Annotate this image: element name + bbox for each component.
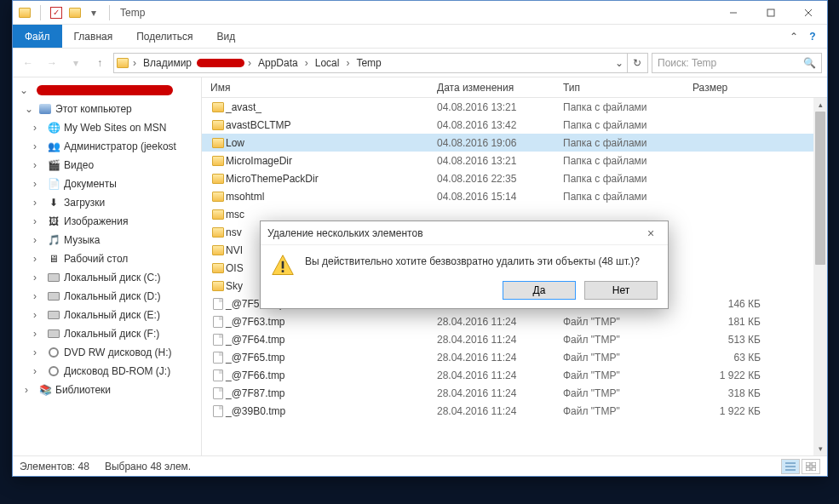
table-row[interactable]: Low04.08.2016 19:06Папка с файлами [202, 134, 827, 152]
refresh-button[interactable]: ↻ [627, 54, 646, 72]
redacted-segment [197, 59, 244, 67]
dialog-no-button[interactable]: Нет [584, 281, 658, 300]
sidebar-item[interactable]: ›🌐My Web Sites on MSN [13, 118, 201, 137]
sidebar-libraries[interactable]: ›📚Библиотеки [13, 381, 201, 399]
nav-recent-dropdown[interactable]: ▾ [66, 53, 86, 73]
folder-app-icon [18, 6, 32, 20]
breadcrumb-seg[interactable]: Temp [353, 57, 384, 69]
address-dropdown-icon[interactable]: ⌄ [612, 57, 627, 69]
dialog-close-button[interactable]: × [641, 226, 661, 240]
table-row[interactable]: _@7F66.tmp28.04.2016 11:24Файл "TMP"1 92… [202, 366, 827, 384]
sidebar-redacted-item[interactable]: ⌄ [13, 81, 201, 100]
maximize-button[interactable] [752, 1, 790, 25]
sidebar-item[interactable]: ›🎵Музыка [13, 231, 201, 249]
table-row[interactable]: msohtml04.08.2016 15:14Папка с файлами [202, 187, 827, 205]
sidebar-item[interactable]: ›📄Документы [13, 175, 201, 193]
table-row[interactable]: MicroImageDir04.08.2016 13:21Папка с фай… [202, 152, 827, 169]
folder-icon [210, 281, 226, 291]
col-type[interactable]: Тип [563, 82, 692, 94]
col-name[interactable]: Имя [210, 82, 437, 94]
sidebar: ⌄ ⌄Этот компьютер ›🌐My Web Sites on MSN›… [13, 77, 202, 455]
scroll-down-icon[interactable]: ▾ [813, 442, 827, 455]
svg-rect-10 [812, 467, 816, 471]
breadcrumb-seg[interactable]: AppData [255, 57, 302, 69]
tab-share[interactable]: Поделиться [124, 25, 204, 48]
breadcrumb-seg[interactable]: Local [312, 57, 343, 69]
folder-icon [210, 156, 226, 166]
dialog-title: Удаление нескольких элементов [267, 227, 423, 239]
nav-up-button[interactable]: ↑ [89, 53, 110, 73]
sidebar-this-pc[interactable]: ⌄Этот компьютер [13, 100, 201, 118]
address-bar[interactable]: › Владимир › AppData › Local › Temp ⌄ ↻ [113, 53, 648, 73]
folder-icon [210, 209, 226, 220]
svg-rect-13 [282, 270, 284, 272]
breadcrumb-seg[interactable]: Владимир [140, 57, 195, 69]
sidebar-item[interactable]: ›👥Администратор (jeekost [13, 137, 201, 156]
nav-forward-button[interactable]: → [42, 53, 62, 73]
table-row[interactable]: _@7F64.tmp28.04.2016 11:24Файл "TMP"513 … [202, 330, 827, 348]
table-row[interactable]: avastBCLTMP04.08.2016 13:42Папка с файла… [202, 116, 827, 134]
delete-confirmation-dialog: Удаление нескольких элементов × Вы дейст… [260, 220, 669, 309]
ribbon-collapse-icon[interactable]: ⌃ [784, 31, 803, 43]
file-icon [210, 405, 226, 417]
folder-icon [210, 138, 226, 148]
nav-back-button[interactable]: ← [18, 53, 38, 73]
sidebar-item[interactable]: ›Локальный диск (C:) [13, 268, 201, 287]
file-icon [210, 387, 226, 399]
sidebar-item[interactable]: ›🖥Рабочий стол [13, 249, 201, 268]
file-icon [210, 352, 226, 364]
qat-newfolder-icon[interactable] [68, 6, 82, 20]
window-title: Temp [120, 7, 145, 19]
address-folder-icon [117, 58, 129, 68]
sidebar-item[interactable]: ›DVD RW дисковод (H:) [13, 343, 201, 362]
status-bar: Элементов: 48 Выбрано 48 элем. [13, 455, 827, 476]
sidebar-item[interactable]: ›⬇Загрузки [13, 193, 201, 212]
titlebar: ✓ ▾ Temp [13, 1, 827, 25]
folder-icon [210, 102, 226, 112]
view-details-button[interactable] [781, 459, 800, 474]
column-header[interactable]: Имя Дата изменения Тип Размер [202, 77, 827, 98]
table-row[interactable]: MicroThemePackDir04.08.2016 22:35Папка с… [202, 169, 827, 187]
sidebar-item[interactable]: ›Локальный диск (F:) [13, 324, 201, 343]
dialog-yes-button[interactable]: Да [503, 281, 576, 300]
table-row[interactable]: _@39B0.tmp28.04.2016 11:24Файл "TMP"1 92… [202, 402, 827, 420]
view-large-button[interactable] [802, 459, 820, 474]
tab-home[interactable]: Главная [62, 25, 125, 48]
qat-dropdown-icon[interactable]: ▾ [87, 6, 101, 20]
svg-rect-1 [767, 9, 774, 16]
folder-icon [210, 174, 226, 184]
svg-rect-8 [812, 462, 816, 466]
file-icon [210, 298, 226, 310]
file-icon [210, 316, 226, 328]
qat-properties-icon[interactable]: ✓ [49, 6, 63, 20]
sidebar-item[interactable]: ›Дисковод BD-ROM (J:) [13, 362, 201, 381]
search-placeholder: Поиск: Temp [658, 57, 716, 69]
scrollbar[interactable]: ▴ ▾ [813, 98, 827, 455]
help-icon[interactable]: ? [803, 31, 822, 43]
minimize-button[interactable] [715, 1, 752, 25]
status-selected: Выбрано 48 элем. [105, 461, 191, 472]
table-row[interactable]: _@7F63.tmp28.04.2016 11:24Файл "TMP"181 … [202, 312, 827, 330]
col-date[interactable]: Дата изменения [437, 82, 563, 94]
table-row[interactable]: _avast_04.08.2016 13:21Папка с файлами [202, 98, 827, 116]
sidebar-item[interactable]: ›🖼Изображения [13, 212, 201, 231]
table-row[interactable]: _@7F87.tmp28.04.2016 11:24Файл "TMP"318 … [202, 384, 827, 402]
address-bar-row: ← → ▾ ↑ › Владимир › AppData › Local › T… [13, 49, 827, 77]
col-size[interactable]: Размер [692, 82, 761, 94]
sidebar-item[interactable]: ›Локальный диск (D:) [13, 287, 201, 306]
folder-icon [210, 263, 226, 273]
folder-icon [210, 120, 226, 130]
explorer-window: ✓ ▾ Temp Файл Главная Поделиться Вид ⌃ ?… [12, 0, 828, 477]
status-count: Элементов: 48 [20, 461, 89, 472]
tab-view[interactable]: Вид [204, 25, 247, 48]
dialog-message: Вы действительно хотите безвозвратно уда… [305, 254, 640, 267]
table-row[interactable]: _@7F65.tmp28.04.2016 11:24Файл "TMP"63 К… [202, 348, 827, 366]
scroll-up-icon[interactable]: ▴ [813, 98, 827, 112]
sidebar-item[interactable]: ›🎬Видео [13, 156, 201, 175]
svg-rect-12 [282, 261, 284, 269]
tab-file[interactable]: Файл [13, 25, 62, 48]
sidebar-item[interactable]: ›Локальный диск (E:) [13, 306, 201, 324]
close-button[interactable] [790, 1, 827, 25]
search-input[interactable]: Поиск: Temp 🔍 [652, 53, 822, 73]
scrollbar-thumb[interactable] [815, 112, 825, 265]
